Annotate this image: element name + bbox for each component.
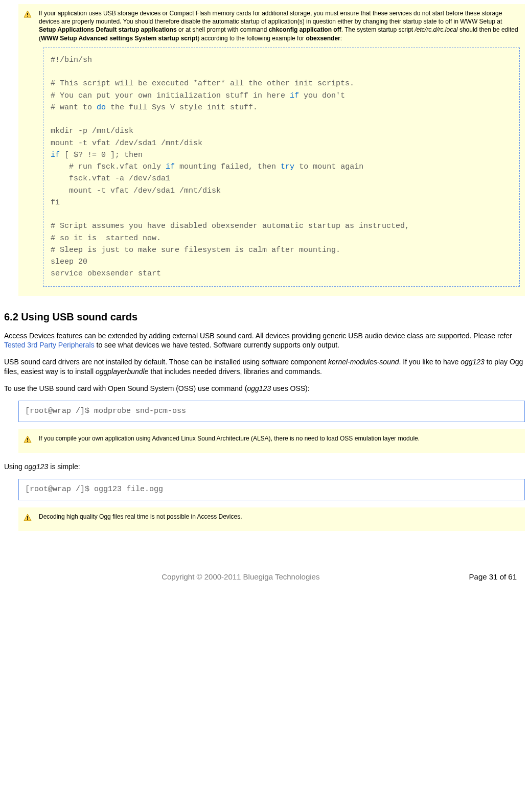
paragraph-oss: To use the USB sound card with Open Soun… xyxy=(4,384,525,393)
svg-rect-1 xyxy=(27,13,28,15)
svg-rect-8 xyxy=(27,519,28,520)
warning-text: If you compile your own application usin… xyxy=(39,434,420,443)
svg-rect-7 xyxy=(27,516,28,519)
warning-note-usb-storage: If your application uses USB storage dev… xyxy=(18,4,525,296)
warning-text: If your application uses USB storage dev… xyxy=(39,9,520,42)
footer-page-number: Page 31 of 61 xyxy=(469,572,517,582)
paragraph-drivers: USB sound card drivers are not installed… xyxy=(4,357,525,377)
warning-note-decoding: Decoding high quality Ogg files real tim… xyxy=(18,507,525,531)
footer-copyright: Copyright © 2000-2011 Bluegiga Technolog… xyxy=(12,572,469,582)
svg-rect-4 xyxy=(27,438,28,440)
warning-text: Decoding high quality Ogg files real tim… xyxy=(39,513,242,521)
paragraph-intro: Access Devices features can be extended … xyxy=(4,331,525,351)
svg-rect-2 xyxy=(27,16,28,17)
warning-icon xyxy=(24,10,32,18)
command-modprobe: [root@wrap /]$ modprobe snd-pcm-oss xyxy=(18,401,525,422)
paragraph-ogg-simple: Using ogg123 is simple: xyxy=(4,462,525,472)
section-heading: 6.2 Using USB sound cards xyxy=(4,310,525,324)
svg-rect-5 xyxy=(27,441,28,442)
link-tested-peripherals[interactable]: Tested 3rd Party Peripherals xyxy=(4,341,95,349)
warning-note-alsa: If you compile your own application usin… xyxy=(18,429,525,453)
code-block-startup-script: #!/bin/sh # This script will be executed… xyxy=(43,48,520,287)
warning-icon xyxy=(24,514,32,522)
page-footer: Copyright © 2000-2011 Bluegiga Technolog… xyxy=(4,572,525,582)
command-ogg123: [root@wrap /]$ ogg123 file.ogg xyxy=(18,479,525,500)
warning-icon xyxy=(24,435,32,444)
